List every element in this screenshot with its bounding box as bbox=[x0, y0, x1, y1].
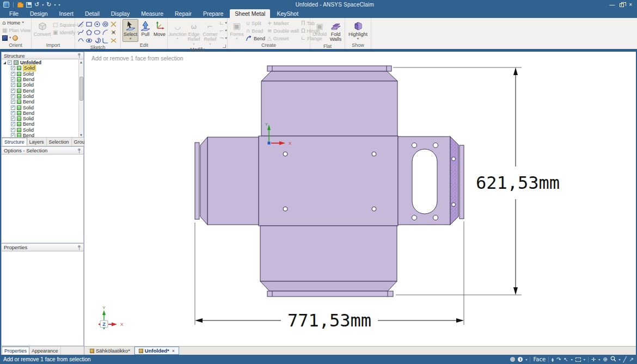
tree-scrollbar[interactable]: ▲ ▼ bbox=[78, 59, 83, 137]
sketch-ellipse-icon[interactable] bbox=[93, 28, 101, 36]
trimetric-view-icon[interactable] bbox=[2, 35, 8, 41]
tab-sheet-metal[interactable]: Sheet Metal bbox=[230, 9, 270, 18]
modify-dialog-launcher-icon[interactable] bbox=[223, 45, 226, 48]
tree-item[interactable]: ✓Solid bbox=[3, 94, 83, 99]
tree-item-root[interactable]: ✓ Unfolded bbox=[3, 60, 83, 65]
move-view-icon[interactable]: ⊕ bbox=[603, 357, 607, 362]
tree-item[interactable]: ✓Bend bbox=[3, 110, 83, 116]
pin-icon[interactable] bbox=[77, 53, 81, 58]
sheet-metal-part[interactable] bbox=[195, 66, 464, 297]
move-button[interactable]: Move bbox=[152, 19, 167, 38]
home-button[interactable]: ⌂ Home ▾ bbox=[2, 19, 31, 26]
bead-button[interactable]: ∩Bead bbox=[246, 27, 266, 34]
marker-button[interactable]: +Marker bbox=[267, 20, 299, 27]
zoom-dropdown-icon[interactable]: ▾ bbox=[619, 358, 621, 361]
checkbox[interactable]: ✓ bbox=[11, 72, 15, 76]
miter-button[interactable]: ∟▾ bbox=[219, 20, 227, 27]
tree-item[interactable]: ✓Bend bbox=[3, 77, 83, 82]
pan-dropdown-icon[interactable]: ▾ bbox=[598, 358, 600, 361]
horizontal-dimension-value[interactable]: 771,53mm bbox=[287, 310, 371, 331]
undo-icon[interactable]: ↺ bbox=[34, 2, 39, 8]
color-swatch-icon[interactable] bbox=[510, 357, 515, 362]
right-edge-face[interactable] bbox=[450, 137, 458, 225]
redo-icon[interactable]: ↻ bbox=[46, 2, 51, 8]
hole[interactable] bbox=[452, 203, 456, 207]
tree-item[interactable]: ✓Bend bbox=[3, 88, 83, 93]
highlight-button[interactable]: Highlight ▾ bbox=[347, 19, 369, 42]
corner-relief-button[interactable]: ⌐ Corner Relief ▾ bbox=[202, 19, 218, 47]
fold-walls-button[interactable]: Fold Walls bbox=[328, 19, 343, 44]
split-button[interactable]: ∪Split bbox=[246, 20, 266, 27]
design-canvas[interactable]: Add or remove 1 face from selection bbox=[84, 52, 636, 346]
tree-item[interactable]: ✓Solid bbox=[3, 82, 83, 88]
tab-structure[interactable]: Structure bbox=[2, 138, 27, 146]
scroll-up-icon[interactable]: ▲ bbox=[79, 59, 83, 64]
tab-insert[interactable]: Insert bbox=[54, 9, 78, 18]
close-button[interactable]: × bbox=[629, 2, 632, 8]
junction-button[interactable]: ◡ Junction ▾ bbox=[169, 19, 186, 42]
edge-relief-button[interactable]: ω Edge Relief ▾ bbox=[187, 19, 201, 47]
scroll-down-icon[interactable]: ▼ bbox=[79, 132, 83, 137]
tab-detail[interactable]: Detail bbox=[80, 9, 105, 18]
tab-repair[interactable]: Repair bbox=[170, 9, 197, 18]
tree-item[interactable]: ✓Bend bbox=[3, 99, 83, 104]
undo-dropdown-icon[interactable]: ▾ bbox=[42, 3, 44, 7]
vertical-dimension-value[interactable]: 621,53mm bbox=[476, 172, 560, 193]
checkbox[interactable]: ✓ bbox=[11, 77, 15, 82]
sketch-rectangle-icon[interactable] bbox=[85, 20, 93, 28]
hole[interactable] bbox=[283, 152, 287, 156]
sketch-line-mode-icon[interactable]: ╱ bbox=[623, 357, 627, 362]
bend-button[interactable]: Bend bbox=[246, 35, 266, 42]
save-icon[interactable] bbox=[26, 2, 32, 8]
select-cursor-icon[interactable]: ↖ bbox=[564, 357, 568, 362]
tab-appearance[interactable]: Appearance bbox=[29, 347, 61, 355]
checkbox[interactable]: ✓ bbox=[8, 60, 12, 65]
checkbox[interactable]: ✓ bbox=[11, 89, 15, 93]
pin-icon[interactable] bbox=[77, 245, 81, 250]
flick-select-icon[interactable]: ↷ bbox=[556, 357, 561, 362]
tab-prepare[interactable]: Prepare bbox=[198, 9, 228, 18]
zoom-icon[interactable] bbox=[610, 356, 616, 363]
sketch-view-icon[interactable] bbox=[85, 36, 93, 45]
tree-item[interactable]: ✓Solid bbox=[3, 104, 83, 110]
tab-measure[interactable]: Measure bbox=[136, 9, 168, 18]
spin-arrows-icon[interactable]: ▲▼ bbox=[552, 357, 554, 362]
sketch-circle-icon[interactable] bbox=[93, 20, 101, 28]
hole[interactable] bbox=[433, 215, 438, 220]
top-hem-face[interactable] bbox=[267, 66, 391, 71]
box-select-dropdown-icon[interactable]: ▾ bbox=[584, 358, 585, 361]
select-button[interactable]: Select ▾ bbox=[122, 19, 138, 42]
tree-item[interactable]: ✓Solid bbox=[3, 71, 83, 77]
hole[interactable] bbox=[433, 143, 438, 148]
redo-dropdown-icon[interactable]: ▾ bbox=[54, 3, 56, 7]
sketch-tangent-arc-icon[interactable] bbox=[101, 28, 109, 36]
sketch-spiral-icon[interactable] bbox=[93, 36, 101, 45]
open-file-icon[interactable] bbox=[17, 3, 23, 8]
tab-design[interactable]: Design bbox=[25, 9, 53, 18]
checkbox[interactable]: ✓ bbox=[11, 133, 15, 138]
slot-cutout[interactable] bbox=[412, 149, 437, 214]
gusset-button[interactable]: △Gusset bbox=[267, 35, 299, 42]
spin-view-icon[interactable] bbox=[13, 35, 18, 41]
close-tab-icon[interactable]: × bbox=[172, 348, 175, 354]
tab-keyshot[interactable]: KeyShot bbox=[272, 9, 303, 18]
sketch-fillet-corner-icon[interactable] bbox=[101, 36, 109, 45]
tab-layers[interactable]: Layers bbox=[27, 138, 47, 146]
select-dropdown-icon[interactable]: ▾ bbox=[571, 358, 573, 361]
base-face[interactable] bbox=[259, 136, 398, 226]
checkbox[interactable]: ✓ bbox=[11, 116, 15, 121]
pull-button[interactable]: Pull bbox=[139, 19, 151, 38]
checkbox[interactable]: ✓ bbox=[11, 106, 15, 110]
sketch-spline-icon[interactable] bbox=[77, 28, 85, 36]
pin-icon[interactable] bbox=[77, 148, 81, 153]
document-tab-sahkolaatikko[interactable]: Sähkölaatikko* bbox=[86, 347, 134, 355]
hole[interactable] bbox=[372, 152, 376, 156]
checkbox[interactable]: ✓ bbox=[11, 128, 15, 132]
selection-mode-label[interactable]: Face bbox=[533, 356, 546, 362]
sketch-trim-corner-icon[interactable] bbox=[109, 36, 118, 45]
restore-button[interactable] bbox=[620, 3, 624, 7]
tree-item[interactable]: ✓Solid bbox=[3, 65, 83, 71]
hole[interactable] bbox=[412, 143, 417, 148]
checkbox[interactable]: ✓ bbox=[11, 66, 15, 70]
sketch-three-point-circle-icon[interactable] bbox=[101, 20, 109, 28]
